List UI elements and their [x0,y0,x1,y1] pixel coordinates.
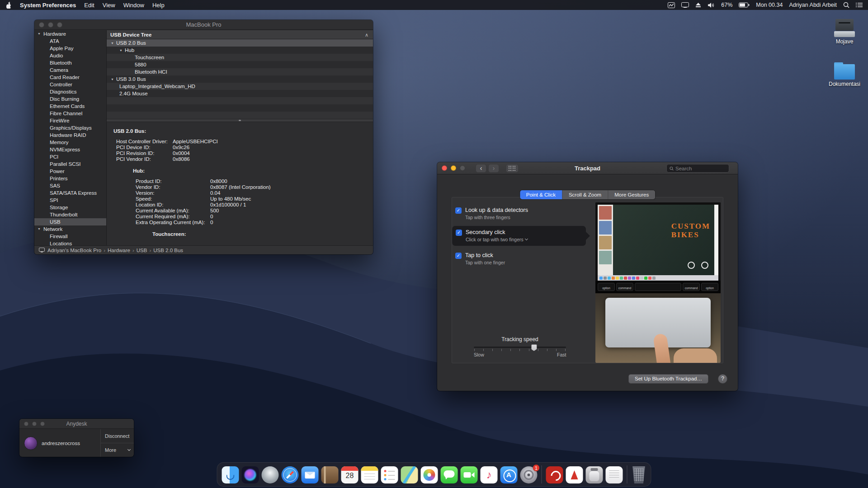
tab-more-gestures[interactable]: More Gestures [608,190,655,199]
search-input[interactable] [675,166,726,171]
battery-icon[interactable] [739,2,750,8]
desktop-icon-dokumentasi[interactable]: Dokumentasi [826,60,863,87]
minimize-button[interactable] [48,22,53,28]
tree-row-bluetooth-hci[interactable]: Bluetooth HCI [107,68,373,75]
dock-contacts-icon[interactable] [321,466,339,483]
dock-music-icon[interactable] [481,466,498,483]
tree-row-laptop-integrated-webcam-hd[interactable]: Laptop_Integrated_Webcam_HD [107,83,373,90]
dock-photos-icon[interactable] [421,466,438,483]
dock-calendar-icon[interactable]: 28 [341,466,359,483]
disclosure-triangle-icon[interactable]: ▼ [38,30,41,38]
collapse-icon[interactable]: ∧ [365,30,368,39]
menubar-user-name[interactable]: Adriyan Abdi Arbeit [789,2,837,8]
dock-safari-icon[interactable] [282,466,299,483]
sidebar-item-ethernet-cards[interactable]: Ethernet Cards [34,103,106,110]
show-all-preferences-button[interactable] [506,164,519,173]
sidebar-item-card-reader[interactable]: Card Reader [34,74,106,81]
checkbox-look-up-data-detectors[interactable]: ✓ [455,207,462,214]
dock-facetime-icon[interactable] [461,466,478,483]
slider-track[interactable] [474,347,566,348]
menubar-menu-edit[interactable]: Edit [84,2,94,9]
dock-acrobat-icon[interactable] [546,466,563,483]
desktop-icon-mojave[interactable]: Mojave [826,17,863,45]
sidebar-item-audio[interactable]: Audio [34,52,106,59]
menubar-app-name[interactable]: System Preferences [20,2,76,9]
sidebar-item-disc-burning[interactable]: Disc Burning [34,95,106,103]
help-button[interactable]: ? [718,374,727,384]
menubar-menu-window[interactable]: Window [123,2,144,9]
tree-row-hub[interactable]: ▼Hub [107,47,373,54]
dock-messages-icon[interactable] [441,466,458,483]
zoom-button[interactable] [460,165,465,171]
dock-notes-icon[interactable] [361,466,378,483]
dock-siri-icon[interactable] [242,466,259,483]
minimize-button[interactable] [32,422,37,426]
close-button[interactable] [24,422,28,426]
tab-point-click[interactable]: Point & Click [520,190,562,199]
dock-finder-icon[interactable] [222,466,239,483]
system-info-titlebar[interactable]: MacBook Pro [34,20,373,30]
sidebar-item-thunderbolt[interactable]: Thunderbolt [34,211,106,218]
dock-textedit-icon[interactable] [606,466,623,483]
forward-button[interactable]: › [488,164,499,173]
disclosure-triangle-icon[interactable]: ▼ [119,49,123,52]
dock-app-store-icon[interactable] [500,466,518,483]
sidebar-item-sata-sata-express[interactable]: SATA/SATA Express [34,189,106,197]
disclosure-triangle-icon[interactable]: ▼ [111,78,114,81]
dock-launchpad-icon[interactable] [262,466,279,483]
dock-maps-icon[interactable] [401,466,418,483]
notification-center-icon[interactable] [856,2,863,8]
volume-icon[interactable] [708,2,715,8]
display-mirroring-icon[interactable] [681,2,689,8]
anydesk-titlebar[interactable]: Anydesk [19,419,134,429]
tree-row-touchscreen[interactable]: Touchscreen [107,54,373,61]
performance-icon[interactable] [668,2,675,8]
dock-mail-icon[interactable] [302,466,319,483]
close-button[interactable] [39,22,44,28]
sidebar-item-ata[interactable]: ATA [34,38,106,45]
sidebar-item-memory[interactable]: Memory [34,139,106,146]
sidebar-item-power[interactable]: Power [34,168,106,175]
more-button[interactable]: More [101,443,134,457]
disclosure-triangle-icon[interactable]: ▼ [111,42,114,45]
close-button[interactable] [442,165,447,171]
sidebar-item-storage[interactable]: Storage [34,204,106,211]
sidebar-item-locations[interactable]: Locations [34,240,106,245]
sidebar-item-apple-pay[interactable]: Apple Pay [34,45,106,52]
eject-icon[interactable] [695,2,701,8]
sidebar-group-network[interactable]: ▼Network [34,225,106,233]
checkbox-tap-to-click[interactable]: ✓ [455,253,462,259]
sidebar-item-usb[interactable]: USB [34,218,106,225]
pane-splitter[interactable] [107,119,373,122]
tab-scroll-zoom[interactable]: Scroll & Zoom [562,190,608,199]
setup-bluetooth-trackpad-button[interactable]: Set Up Bluetooth Trackpad… [628,374,708,384]
sidebar-group-hardware[interactable]: ▼Hardware [34,30,106,38]
menubar-clock[interactable]: Mon 00.34 [756,2,783,8]
sidebar-item-diagnostics[interactable]: Diagnostics [34,88,106,95]
tree-row-usb-2-0-bus[interactable]: ▼USB 2.0 Bus [107,39,373,47]
sidebar-item-hardware-raid[interactable]: Hardware RAID [34,131,106,139]
preferences-search-field[interactable] [666,164,729,173]
sidebar-item-camera[interactable]: Camera [34,66,106,74]
minimize-button[interactable] [451,165,456,171]
zoom-button[interactable] [40,422,45,426]
sidebar-item-parallel-scsi[interactable]: Parallel SCSI [34,160,106,168]
tree-row-2-4g-mouse[interactable]: 2.4G Mouse [107,90,373,97]
checkbox-secondary-click[interactable]: ✓ [456,230,462,236]
dock-reminders-icon[interactable] [381,466,398,483]
tree-row-usb-3-0-bus[interactable]: ▼USB 3.0 Bus [107,75,373,83]
dock-utility-jar-icon[interactable] [586,466,603,483]
sidebar-item-graphics-displays[interactable]: Graphics/Displays [34,124,106,131]
sidebar-item-spi[interactable]: SPI [34,197,106,204]
trackpad-titlebar[interactable]: ‹ › Trackpad [437,162,738,174]
dock-system-preferences-icon[interactable]: 1 [520,466,538,483]
sidebar-item-sas[interactable]: SAS [34,182,106,189]
dock-adobe-reader-icon[interactable] [566,466,583,483]
spotlight-search-icon[interactable] [843,2,849,8]
apple-menu-icon[interactable] [5,1,12,9]
tracking-speed-slider[interactable] [474,344,566,353]
sidebar-item-controller[interactable]: Controller [34,81,106,88]
sidebar-item-printers[interactable]: Printers [34,175,106,182]
disclosure-triangle-icon[interactable]: ▼ [38,225,41,233]
option-subtitle[interactable]: Click or tap with two fingers [466,237,528,242]
